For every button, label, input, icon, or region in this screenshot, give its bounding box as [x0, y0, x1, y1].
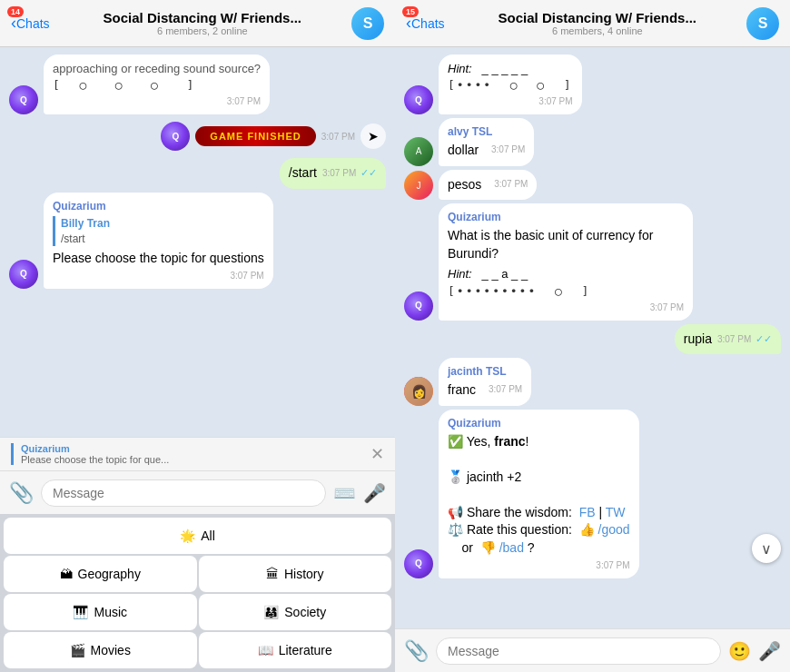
hint-text: Hint: _ _ a _ _ [••••••••• ○ ] — [448, 266, 684, 299]
table-row: rupia 3:07 PM ✓✓ — [404, 324, 781, 355]
reply-text: Please choose the topic for que... — [21, 454, 257, 465]
left-header: 14 ‹ Chats Social Distancing W/ Friends.… — [0, 0, 395, 47]
table-row: /start 3:07 PM ✓✓ — [9, 158, 386, 189]
dots-display: [ ○ ○ ○ ] — [53, 77, 261, 94]
history-label: History — [284, 567, 324, 581]
movies-icon: 🎬 — [70, 643, 85, 657]
topic-row-3: 🎬 Movies 📖 Literature — [4, 632, 391, 668]
right-badge: 15 — [402, 6, 419, 17]
message-bubble: /start 3:07 PM ✓✓ — [280, 158, 386, 189]
topic-all-button[interactable]: 🌟 All — [4, 518, 391, 554]
avatar: Q — [161, 122, 190, 151]
message-text: Please choose the topic for questions — [53, 250, 264, 268]
avatar: Q — [9, 85, 38, 114]
society-label: Society — [284, 605, 326, 619]
avatar: Q — [404, 292, 433, 321]
message-time: 3:07 PM — [230, 270, 263, 282]
right-panel: 15 ‹ Chats Social Distancing W/ Friends.… — [395, 0, 790, 672]
left-avatar[interactable]: S — [351, 7, 384, 40]
table-row: J pesos 3:07 PM — [404, 170, 781, 201]
scroll-down-button[interactable]: ∨ — [752, 534, 781, 563]
sender-name: alvy TSL — [448, 124, 525, 140]
message-text: dollar 3:07 PM — [448, 142, 525, 160]
left-back-button[interactable]: 14 ‹ Chats — [11, 14, 50, 33]
right-subtitle: 6 members, 4 online — [449, 25, 746, 36]
message-text: Hint: _ _ _ _ _ [•••• ○ ○ ] — [448, 61, 573, 94]
message-time: 3:07 PM — [494, 178, 528, 191]
right-back-button[interactable]: 15 ‹ Chats — [406, 14, 445, 33]
attach-icon[interactable]: 📎 — [404, 639, 429, 663]
avatar: A — [404, 137, 433, 166]
music-label: Music — [94, 605, 127, 619]
all-icon: 🌟 — [180, 529, 195, 543]
keyboard-icon[interactable]: ⌨️ — [333, 482, 356, 504]
table-row: Q Quizarium ✅ Yes, franc! 🥈 jacinth +2 📢… — [404, 410, 781, 578]
message-time: 3:07 PM ✓✓ — [717, 332, 772, 346]
message-time: 3:07 PM — [596, 559, 629, 572]
quote-name: Billy Tran — [61, 216, 264, 232]
sender-name: Quizarium — [53, 199, 264, 214]
music-icon: 🎹 — [73, 605, 88, 619]
topic-literature-button[interactable]: 📖 Literature — [199, 632, 392, 668]
game-banner: GAME FINISHED — [195, 126, 315, 146]
left-back-label: Chats — [16, 16, 50, 31]
history-icon: 🏛 — [266, 567, 279, 581]
forward-button[interactable]: ➤ — [360, 124, 386, 149]
message-time: 3:07 PM — [538, 95, 572, 108]
sender-name: jacinth TSL — [448, 364, 522, 380]
message-input[interactable] — [436, 637, 721, 665]
left-badge: 14 — [7, 6, 24, 17]
right-input-bar: 📎 🙂 🎤 — [395, 628, 790, 672]
message-text: pesos 3:07 PM — [448, 176, 528, 194]
topic-grid: 🌟 All 🏔 Geography 🏛 History 🎹 Music 👨‍👩‍… — [0, 514, 395, 672]
sender-name: Quizarium — [448, 416, 630, 431]
message-bubble: Hint: _ _ _ _ _ [•••• ○ ○ ] 3:07 PM — [439, 54, 582, 114]
message-time: 3:07 PM — [489, 383, 522, 396]
left-panel: 14 ‹ Chats Social Distancing W/ Friends.… — [0, 0, 395, 672]
literature-icon: 📖 — [258, 643, 273, 657]
left-title: Social Distancing W/ Friends... — [54, 10, 351, 25]
message-text: rupia — [684, 331, 712, 346]
close-icon[interactable]: ✕ — [370, 444, 384, 464]
table-row: 👩 jacinth TSL franc 3:07 PM — [404, 358, 781, 405]
mic-icon[interactable]: 🎤 — [363, 482, 386, 504]
message-text: franc 3:07 PM — [448, 381, 522, 400]
message-time: 3:07 PM — [227, 95, 261, 108]
attach-icon[interactable]: 📎 — [9, 481, 34, 505]
topic-history-button[interactable]: 🏛 History — [199, 556, 392, 592]
reply-bar: Quizarium Please choose the topic for qu… — [0, 437, 395, 470]
message-input[interactable] — [41, 479, 326, 507]
avatar: 👩 — [404, 377, 433, 406]
right-title: Social Distancing W/ Friends... — [449, 10, 746, 25]
message-bubble: jacinth TSL franc 3:07 PM — [439, 358, 531, 405]
message-bubble: Quizarium What is the basic unit of curr… — [439, 203, 693, 320]
right-back-label: Chats — [411, 16, 445, 31]
left-subtitle: 6 members, 2 online — [54, 25, 351, 36]
table-row: A alvy TSL dollar 3:07 PM — [404, 118, 781, 165]
right-header-center: Social Distancing W/ Friends... 6 member… — [449, 10, 746, 36]
quote-block: Billy Tran /start — [53, 216, 264, 247]
table-row: Q Quizarium What is the basic unit of cu… — [404, 203, 781, 320]
mic-icon[interactable]: 🎤 — [758, 640, 781, 662]
message-time: 3:07 PM ✓✓ — [322, 166, 377, 180]
all-label: All — [201, 529, 215, 543]
literature-label: Literature — [279, 643, 332, 657]
table-row: Q Quizarium Billy Tran /start Please cho… — [9, 193, 386, 289]
quote-text: /start — [61, 232, 264, 247]
topic-row-2: 🎹 Music 👨‍👩‍👧 Society — [4, 594, 391, 630]
left-input-bar: 📎 ⌨️ 🎤 — [0, 470, 395, 514]
topic-geography-button[interactable]: 🏔 Geography — [4, 556, 197, 592]
message-bubble: rupia 3:07 PM ✓✓ — [675, 324, 781, 355]
sticker-icon[interactable]: 🙂 — [728, 640, 751, 662]
sender-name: Quizarium — [448, 210, 684, 225]
avatar: J — [404, 171, 433, 200]
message-text: What is the basic unit of currency for B… — [448, 227, 684, 262]
reply-label: Quizarium — [21, 443, 363, 454]
topic-movies-button[interactable]: 🎬 Movies — [4, 632, 197, 668]
society-icon: 👨‍👩‍👧 — [263, 605, 279, 619]
reply-content: Quizarium Please choose the topic for qu… — [11, 443, 363, 465]
right-avatar[interactable]: S — [746, 7, 779, 40]
topic-music-button[interactable]: 🎹 Music — [4, 594, 197, 630]
right-header: 15 ‹ Chats Social Distancing W/ Friends.… — [395, 0, 790, 47]
topic-society-button[interactable]: 👨‍👩‍👧 Society — [199, 594, 392, 630]
